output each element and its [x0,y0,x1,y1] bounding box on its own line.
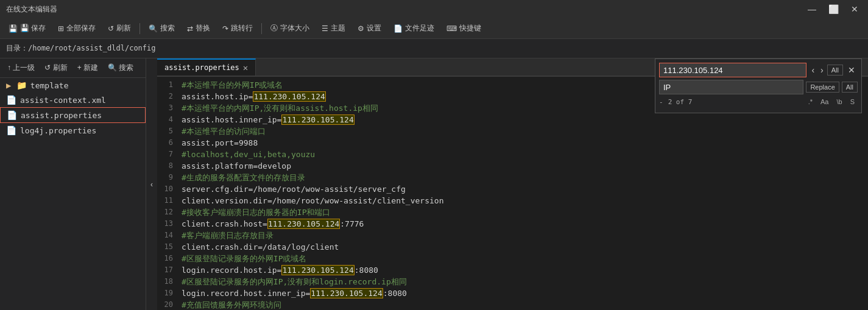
replace-input[interactable] [659,80,803,94]
app-title: 在线文本编辑器 [6,4,57,15]
font-size-button[interactable]: Ⓐ 字体大小 [266,21,314,36]
code-line: 8 assist.platform=develop [157,160,868,172]
goto-button[interactable]: ↷ 跳转行 [217,21,258,36]
file-label: log4j.properties [20,126,96,135]
dir-bar: 目录：/home/root/assist_dldl/config [0,39,868,58]
history-button[interactable]: 📄 文件足迹 [389,21,439,36]
code-line: 18 #区服登陆记录服务的内网IP,没有则和login.record.ip相同 [157,276,868,287]
code-line: 15 client.crash.dir=/data/log/client [157,241,868,253]
code-line: 9 #生成的服务器配置文件的存放目录 [157,172,868,183]
code-line: 6 assist.port=9988 [157,137,868,149]
find-prev-button[interactable]: ‹ [809,64,817,76]
code-line: 5 #本运维平台的访问端口 [157,125,868,137]
sidebar-search-button[interactable]: 🔍 搜索 [104,61,137,75]
find-count: 2 of 7 [668,98,693,106]
replace-row: Replace All [659,80,858,94]
ip-highlight: 111.230.105.124 [310,288,383,298]
code-line: 14 #客户端崩溃日志存放目录 [157,230,868,241]
code-line: 16 #区服登陆记录服务的外网IP或域名 [157,253,868,264]
title-bar: 在线文本编辑器 — ⬜ ✕ [0,0,868,18]
sidebar-collapse-button[interactable]: ‹ [146,58,157,310]
minimize-button[interactable]: — [804,3,820,15]
sep1 [139,23,140,34]
code-line: 4 assist.host.inner_ip=111.230.105.124 [157,114,868,125]
sidebar: ↑ 上一级 ↺ 刷新 + 新建 🔍 搜索 ▶ 📁 template 📄 assi… [0,58,146,310]
file-label: assist-context.xml [20,96,106,105]
code-line: 20 #充值回馈服务外网环境访问 [157,299,868,310]
sidebar-refresh-button[interactable]: ↺ 刷新 [41,61,71,75]
code-line: 12 #接收客户端崩溃日志的服务器的IP和端口 [157,206,868,218]
sidebar-item-log4j[interactable]: 📄 log4j.properties [0,123,146,138]
sidebar-item-assist-properties[interactable]: 📄 assist.properties [0,107,146,123]
file-icon: 📄 [6,95,16,105]
file-icon: 📄 [6,125,16,135]
folder-icon: ▶ 📁 [6,80,27,90]
find-row: ‹ › All ✕ [659,63,858,77]
find-next-button[interactable]: › [818,64,826,76]
code-line: 17 login.record.host.ip=111.230.105.124:… [157,264,868,276]
dir-path: 目录：/home/root/assist_dldl/config [6,43,156,54]
find-all-button[interactable]: All [827,65,843,76]
find-options: .* Aa \b S [805,97,858,107]
find-close-button[interactable]: ✕ [845,64,858,76]
ip-highlight: 111.230.105.124 [253,91,325,102]
replace-button[interactable]: ⇄ 替换 [182,21,215,36]
find-dash: - [659,98,663,106]
settings-button[interactable]: ⚙ 设置 [353,21,386,36]
code-line: 7 #localhost,dev_ui,beta,youzu [157,149,868,160]
word-option-button[interactable]: \b [833,97,845,107]
regex-option-button[interactable]: .* [805,97,816,107]
code-line: 13 client.crash.host=111.230.105.124:777… [157,218,868,230]
case-option-button[interactable]: Aa [817,97,831,107]
find-replace-panel: ‹ › All ✕ Replace All - 2 of 7 .* Aa [655,58,862,113]
tab-close-icon[interactable]: ✕ [243,63,248,72]
theme-button[interactable]: ☰ 主题 [317,21,350,36]
new-button[interactable]: + 新建 [74,61,102,75]
code-line: 10 server.cfg.dir=/home/root/wow-assist/… [157,183,868,195]
find-nav: ‹ › All [809,64,843,76]
ip-highlight: 111.230.105.124 [281,114,354,125]
editor-area: assist.properties ✕ 1 #本运维平台的外网IP或域名 2 a… [157,58,868,310]
sidebar-toolbar: ↑ 上一级 ↺ 刷新 + 新建 🔍 搜索 [0,58,146,78]
tab-assist-properties[interactable]: assist.properties ✕ [157,58,256,76]
shortcuts-button[interactable]: ⌨ 快捷键 [442,21,486,36]
file-label: assist.properties [21,111,102,120]
file-icon: 📄 [7,110,17,120]
find-input[interactable] [659,63,806,77]
replace-button[interactable]: Replace [806,82,839,93]
tab-label: assist.properties [164,63,239,72]
window-controls: — ⬜ ✕ [804,3,862,15]
main-layout: ↑ 上一级 ↺ 刷新 + 新建 🔍 搜索 ▶ 📁 template 📄 assi… [0,58,868,310]
sidebar-item-assist-context[interactable]: 📄 assist-context.xml [0,93,146,107]
sidebar-item-template[interactable]: ▶ 📁 template [0,78,146,93]
search-button[interactable]: 🔍 搜索 [144,21,180,36]
close-button[interactable]: ✕ [847,3,862,15]
maximize-button[interactable]: ⬜ [825,3,842,15]
code-line: 19 login.record.host.inner_ip=111.230.10… [157,287,868,299]
ip-highlight: 111.230.105.124 [267,219,340,229]
scope-option-button[interactable]: S [847,97,858,107]
save-all-button[interactable]: ⊞ 全部保存 [53,21,101,36]
replace-all-button[interactable]: All [842,82,858,93]
main-toolbar: 💾 💾 保存 ⊞ 全部保存 ↺ 刷新 🔍 搜索 ⇄ 替换 ↷ 跳转行 Ⓐ 字体大… [0,18,868,39]
sep2 [261,23,262,34]
refresh-button[interactable]: ↺ 刷新 [103,21,136,36]
ip-highlight: 111.230.105.124 [281,265,354,275]
folder-label: template [30,81,69,90]
save-button[interactable]: 💾 💾 保存 [4,21,51,36]
find-status-row: - 2 of 7 .* Aa \b S [659,97,858,107]
code-line: 11 client.version.dir=/home/root/wow-ass… [157,195,868,206]
up-button[interactable]: ↑ 上一级 [4,61,38,75]
